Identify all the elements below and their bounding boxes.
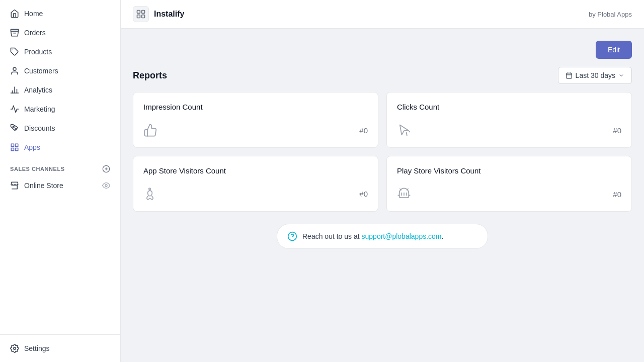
sidebar: Home Orders Products bbox=[0, 0, 121, 362]
sidebar-item-marketing[interactable]: Marketing bbox=[0, 100, 120, 119]
online-store-icon bbox=[10, 181, 19, 190]
content-area: Edit Reports Last 30 days Impression Cou… bbox=[121, 29, 644, 362]
svg-rect-20 bbox=[142, 11, 145, 14]
card-app-store-title: App Store Visitors Count bbox=[143, 166, 368, 175]
sidebar-item-marketing-label: Marketing bbox=[24, 105, 55, 113]
card-play-store-title: Play Store Visitors Count bbox=[397, 166, 621, 175]
calendar-icon bbox=[566, 72, 573, 79]
date-filter-button[interactable]: Last 30 days bbox=[558, 67, 632, 84]
sidebar-item-analytics-label: Analytics bbox=[24, 86, 52, 94]
svg-rect-11 bbox=[16, 144, 18, 146]
card-clicks-body: #0 bbox=[397, 123, 621, 137]
svg-point-3 bbox=[13, 67, 16, 70]
card-clicks: Clicks Count #0 bbox=[386, 92, 632, 148]
apple-icon bbox=[143, 187, 156, 200]
support-email-link[interactable]: support@plobalapps.com bbox=[362, 232, 442, 240]
sales-channels-section: SALES CHANNELS bbox=[0, 157, 120, 176]
sidebar-item-online-store[interactable]: Online Store bbox=[0, 176, 120, 195]
settings-icon bbox=[10, 344, 19, 353]
sidebar-item-home-label: Home bbox=[24, 10, 43, 18]
support-text-suffix: . bbox=[442, 232, 444, 240]
card-impression-body: #0 bbox=[143, 123, 368, 137]
customers-icon bbox=[10, 66, 19, 75]
help-circle-icon bbox=[287, 231, 297, 241]
app-icon bbox=[133, 6, 149, 22]
card-app-store-body: #0 bbox=[143, 187, 368, 200]
card-impression-title: Impression Count bbox=[143, 103, 368, 111]
svg-rect-22 bbox=[142, 15, 145, 18]
svg-rect-10 bbox=[11, 144, 14, 146]
sidebar-item-products[interactable]: Products bbox=[0, 42, 120, 61]
reports-title: Reports bbox=[133, 70, 167, 81]
card-impression-value: #0 bbox=[359, 126, 368, 135]
card-play-store-body: #0 bbox=[397, 187, 621, 201]
sidebar-bottom: Settings bbox=[0, 334, 120, 362]
app-title: Instalify bbox=[154, 10, 184, 19]
cards-grid: Impression Count #0 Clicks Count bbox=[133, 92, 632, 212]
sidebar-item-discounts-label: Discounts bbox=[24, 124, 55, 132]
by-label: by Plobal Apps bbox=[589, 11, 632, 18]
sidebar-item-home[interactable]: Home bbox=[0, 4, 120, 23]
cursor-click-icon bbox=[397, 123, 411, 137]
svg-rect-12 bbox=[11, 148, 14, 151]
card-clicks-title: Clicks Count bbox=[397, 103, 621, 111]
card-clicks-value: #0 bbox=[613, 126, 621, 135]
sidebar-item-orders-label: Orders bbox=[24, 29, 46, 37]
sidebar-nav: Home Orders Products bbox=[0, 0, 120, 334]
chevron-down-icon bbox=[618, 72, 624, 78]
home-icon bbox=[10, 9, 19, 18]
support-box: Reach out to us at support@plobalapps.co… bbox=[277, 224, 488, 249]
online-store-label: Online Store bbox=[24, 182, 63, 190]
card-play-store-value: #0 bbox=[613, 190, 621, 199]
card-app-store: App Store Visitors Count #0 bbox=[133, 156, 378, 212]
card-impression: Impression Count #0 bbox=[133, 92, 378, 148]
products-icon bbox=[10, 47, 19, 56]
sidebar-item-apps-label: Apps bbox=[24, 143, 40, 151]
topbar: Instalify by Plobal Apps bbox=[121, 0, 644, 29]
svg-line-27 bbox=[408, 130, 410, 132]
svg-rect-13 bbox=[16, 148, 18, 151]
sidebar-item-customers[interactable]: Customers bbox=[0, 61, 120, 80]
topbar-left: Instalify bbox=[133, 6, 184, 22]
orders-icon bbox=[10, 28, 19, 37]
sidebar-item-customers-label: Customers bbox=[24, 67, 58, 75]
apps-icon bbox=[10, 143, 19, 152]
support-text-prefix: Reach out to us at bbox=[302, 232, 362, 240]
settings-label: Settings bbox=[24, 344, 50, 352]
edit-button[interactable]: Edit bbox=[596, 41, 632, 59]
add-sales-channel-icon[interactable] bbox=[102, 165, 110, 173]
date-filter-label: Last 30 days bbox=[576, 71, 615, 79]
svg-rect-19 bbox=[137, 11, 140, 14]
android-icon bbox=[397, 187, 411, 201]
svg-rect-21 bbox=[137, 15, 140, 18]
main-content: Instalify by Plobal Apps Edit Reports La… bbox=[121, 0, 644, 362]
sidebar-item-apps[interactable]: Apps bbox=[0, 138, 120, 157]
sidebar-item-settings[interactable]: Settings bbox=[0, 339, 120, 358]
marketing-icon bbox=[10, 105, 19, 114]
card-play-store: Play Store Visitors Count bbox=[386, 156, 632, 212]
sidebar-item-analytics[interactable]: Analytics bbox=[0, 80, 120, 100]
reports-header: Reports Last 30 days bbox=[133, 67, 632, 84]
analytics-icon bbox=[10, 85, 19, 95]
thumbs-up-icon bbox=[143, 123, 157, 137]
sidebar-item-products-label: Products bbox=[24, 48, 52, 56]
online-store-left: Online Store bbox=[10, 181, 63, 190]
sales-channels-label: SALES CHANNELS bbox=[10, 166, 65, 172]
edit-row: Edit bbox=[133, 41, 632, 59]
svg-point-18 bbox=[14, 347, 16, 350]
sidebar-item-discounts[interactable]: Discounts bbox=[0, 119, 120, 138]
support-text: Reach out to us at support@plobalapps.co… bbox=[302, 232, 443, 240]
svg-rect-23 bbox=[566, 73, 572, 78]
svg-line-28 bbox=[407, 133, 407, 136]
discounts-icon bbox=[10, 124, 19, 133]
online-store-eye-icon[interactable] bbox=[102, 182, 110, 190]
svg-point-8 bbox=[13, 126, 14, 128]
sidebar-item-orders[interactable]: Orders bbox=[0, 23, 120, 42]
svg-point-17 bbox=[105, 185, 107, 187]
card-app-store-value: #0 bbox=[359, 190, 368, 198]
